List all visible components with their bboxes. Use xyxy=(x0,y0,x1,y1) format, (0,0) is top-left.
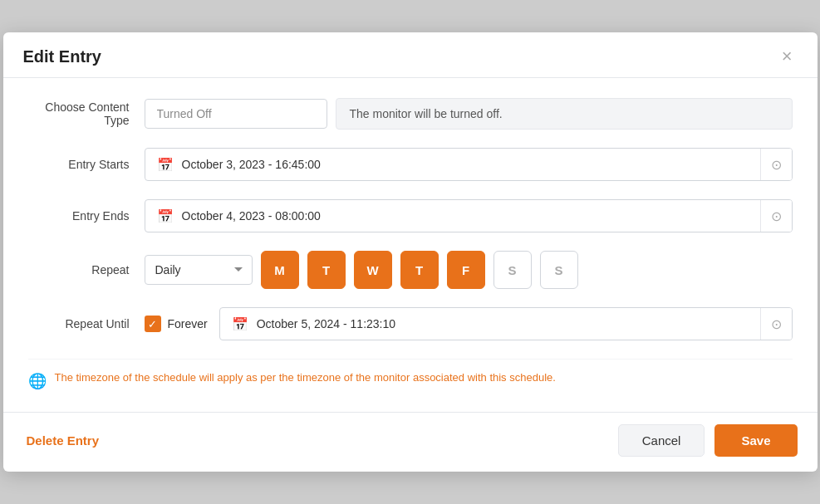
day-button-monday[interactable]: M xyxy=(261,251,299,289)
forever-checkbox[interactable] xyxy=(145,316,161,332)
modal-title: Edit Entry xyxy=(23,47,101,66)
entry-starts-label: Entry Starts xyxy=(28,158,145,171)
delete-entry-button[interactable]: Delete Entry xyxy=(23,427,103,454)
edit-entry-modal: Edit Entry × Choose Content Type The mon… xyxy=(3,32,818,472)
calendar-icon-starts: 📅 xyxy=(157,157,174,173)
day-button-thursday[interactable]: T xyxy=(400,251,439,289)
entry-starts-inner: 📅 October 3, 2023 - 16:45:00 xyxy=(145,149,760,180)
cancel-button[interactable]: Cancel xyxy=(618,424,705,457)
repeat-until-value: October 5, 2024 - 11:23:10 xyxy=(257,317,395,330)
close-button[interactable]: × xyxy=(777,46,798,67)
globe-icon: 🌐 xyxy=(28,372,47,390)
content-type-input[interactable] xyxy=(145,99,327,129)
info-row: 🌐 The timezone of the schedule will appl… xyxy=(28,359,793,404)
repeat-select[interactable]: Daily Never Weekly Monthly xyxy=(145,255,253,285)
entry-starts-field[interactable]: 📅 October 3, 2023 - 16:45:00 ⊙ xyxy=(145,148,793,181)
repeat-controls: Daily Never Weekly Monthly M T W T F S S xyxy=(145,251,793,289)
entry-ends-field[interactable]: 📅 October 4, 2023 - 08:00:00 ⊙ xyxy=(145,199,793,232)
repeat-row: Repeat Daily Never Weekly Monthly M T W … xyxy=(28,251,793,289)
entry-ends-value: October 4, 2023 - 08:00:00 xyxy=(182,209,321,223)
entry-ends-arrow-button[interactable]: ⊙ xyxy=(760,200,792,232)
entry-starts-arrow-button[interactable]: ⊙ xyxy=(760,149,792,180)
entry-starts-row: Entry Starts 📅 October 3, 2023 - 16:45:0… xyxy=(28,148,793,181)
day-button-tuesday[interactable]: T xyxy=(307,251,346,289)
day-button-saturday[interactable]: S xyxy=(493,251,532,289)
modal-body: Choose Content Type The monitor will be … xyxy=(3,78,818,412)
repeat-until-arrow-button[interactable]: ⊙ xyxy=(760,308,792,340)
modal-header: Edit Entry × xyxy=(3,32,818,78)
repeat-until-row: Repeat Until Forever 📅 October 5, 2024 -… xyxy=(28,307,793,340)
content-type-row: Choose Content Type The monitor will be … xyxy=(28,98,793,130)
entry-ends-label: Entry Ends xyxy=(28,209,145,223)
footer-actions: Cancel Save xyxy=(618,424,798,457)
calendar-icon-until: 📅 xyxy=(232,316,248,332)
day-button-friday[interactable]: F xyxy=(447,251,485,289)
day-button-wednesday[interactable]: W xyxy=(354,251,392,289)
repeat-until-controls: Forever 📅 October 5, 2024 - 11:23:10 ⊙ xyxy=(145,307,793,340)
entry-ends-row: Entry Ends 📅 October 4, 2023 - 08:00:00 … xyxy=(28,199,793,232)
day-button-sunday[interactable]: S xyxy=(540,251,578,289)
modal-footer: Delete Entry Cancel Save xyxy=(3,412,818,472)
modal-overlay: Edit Entry × Choose Content Type The mon… xyxy=(0,0,820,504)
content-type-description: The monitor will be turned off. xyxy=(336,98,793,130)
entry-ends-inner: 📅 October 4, 2023 - 08:00:00 xyxy=(145,201,760,232)
forever-wrapper: Forever xyxy=(145,316,208,332)
repeat-until-inner: 📅 October 5, 2024 - 11:23:10 xyxy=(220,309,760,340)
repeat-label: Repeat xyxy=(28,263,145,276)
timezone-info-text: The timezone of the schedule will apply … xyxy=(55,371,556,384)
save-button[interactable]: Save xyxy=(714,424,797,457)
entry-starts-value: October 3, 2023 - 16:45:00 xyxy=(182,158,321,171)
forever-label[interactable]: Forever xyxy=(168,317,208,330)
calendar-icon-ends: 📅 xyxy=(157,208,174,224)
content-type-label: Choose Content Type xyxy=(28,100,145,127)
repeat-until-label: Repeat Until xyxy=(28,317,145,330)
repeat-until-field[interactable]: 📅 October 5, 2024 - 11:23:10 ⊙ xyxy=(219,307,793,340)
